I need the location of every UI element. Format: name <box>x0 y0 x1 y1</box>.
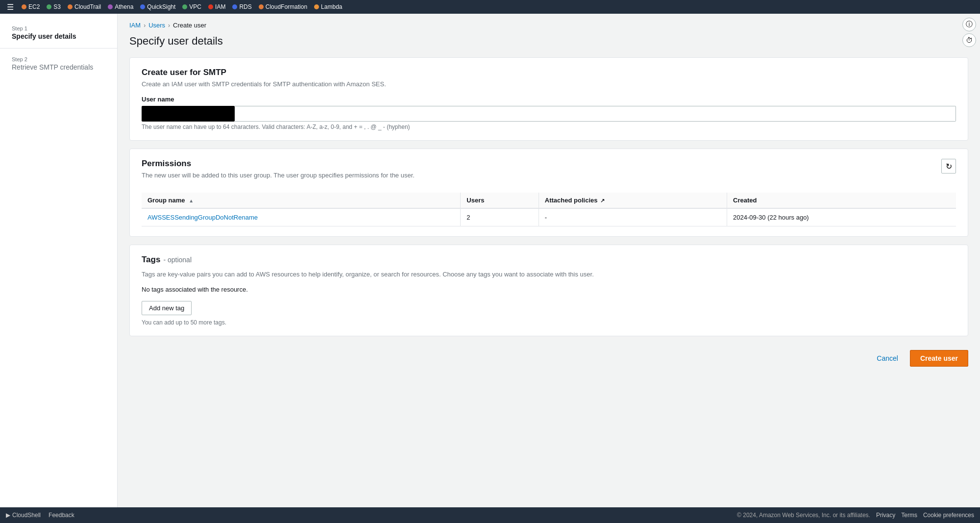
col-group-name-label: Group name <box>147 197 185 204</box>
main-content: IAM › Users › Create user Specify user d… <box>118 14 980 523</box>
nav-label-athena: Athena <box>115 3 133 10</box>
menu-toggle[interactable]: ☰ <box>4 1 17 13</box>
breadcrumb: IAM › Users › Create user <box>129 22 968 29</box>
menu-icon: ☰ <box>7 2 14 12</box>
nav-dot-ec2 <box>22 4 26 9</box>
nav-label-ec2: EC2 <box>28 3 40 10</box>
ext-link-icon[interactable]: ↗ <box>600 198 605 203</box>
table-row: AWSSESSendingGroupDoNotRename2-2024-09-3… <box>142 208 956 226</box>
cloudshell-item[interactable]: ▶ CloudShell <box>6 512 41 519</box>
attached-policies-cell: - <box>539 208 727 226</box>
refresh-icon: ↻ <box>946 162 952 171</box>
nav-item-lambda[interactable]: Lambda <box>311 2 345 11</box>
col-users: Users <box>461 193 539 208</box>
nav-dot-iam <box>208 4 213 9</box>
nav-item-ec2[interactable]: EC2 <box>19 2 43 11</box>
nav-label-rds: RDS <box>239 3 251 10</box>
username-hint: The user name can have up to 64 characte… <box>142 124 956 130</box>
nav-label-cloudtrail: CloudTrail <box>74 3 101 10</box>
tags-hint: You can add up to 50 more tags. <box>142 319 956 326</box>
nav-dot-cloudtrail <box>68 4 73 9</box>
breadcrumb-current: Create user <box>173 22 206 29</box>
permissions-title: Permissions <box>142 159 415 169</box>
nav-dot-cloudformation <box>259 4 264 9</box>
feedback-item[interactable]: Feedback <box>49 512 74 519</box>
smtp-card-title: Create user for SMTP <box>142 68 956 77</box>
terms-link[interactable]: Terms <box>901 512 917 519</box>
sidebar-step-2: Step 2Retrieve SMTP credentials <box>0 52 117 75</box>
refresh-button[interactable]: ↻ <box>941 159 956 174</box>
shell-icon: ▶ <box>6 512 10 519</box>
breadcrumb-users[interactable]: Users <box>148 22 165 29</box>
smtp-card: Create user for SMTP Create an IAM user … <box>129 57 968 141</box>
step-2-label: Step 2 <box>12 56 105 62</box>
sidebar: Step 1Specify user detailsStep 2Retrieve… <box>0 14 118 523</box>
tags-card: Tags - optional Tags are key-value pairs… <box>129 245 968 336</box>
sort-asc-icon[interactable]: ▲ <box>189 198 194 203</box>
nav-item-iam[interactable]: IAM <box>205 2 228 11</box>
nav-dot-lambda <box>314 4 319 9</box>
bottom-bar: ▶ CloudShell Feedback © 2024, Amazon Web… <box>0 507 980 523</box>
nav-item-quicksight[interactable]: QuickSight <box>137 2 178 11</box>
nav-dot-quicksight <box>140 4 145 9</box>
nav-item-rds[interactable]: RDS <box>229 2 254 11</box>
nav-label-s3: S3 <box>53 3 61 10</box>
step-1-name: Specify user details <box>12 32 105 40</box>
username-masked <box>142 106 235 122</box>
nav-label-cloudformation: CloudFormation <box>266 3 307 10</box>
nav-dot-rds <box>232 4 237 9</box>
nav-item-cloudformation[interactable]: CloudFormation <box>256 2 310 11</box>
nav-dot-s3 <box>47 4 51 9</box>
footer-actions: Cancel Create user <box>129 344 968 373</box>
nav-item-vpc[interactable]: VPC <box>179 2 204 11</box>
nav-label-iam: IAM <box>215 3 225 10</box>
step-2-name: Retrieve SMTP credentials <box>12 63 105 71</box>
permissions-header: Permissions The new user will be added t… <box>142 159 956 187</box>
table-header-row: Group name ▲ Users Attached policies ↗ C… <box>142 193 956 208</box>
nav-label-vpc: VPC <box>189 3 201 10</box>
page-title: Specify user details <box>129 35 968 48</box>
step-1-label: Step 1 <box>12 25 105 31</box>
info-icon: ⓘ <box>966 20 973 29</box>
copyright-text: © 2024, Amazon Web Services, Inc. or its… <box>737 512 870 519</box>
right-icons: ⓘ ⏱ <box>962 18 976 47</box>
group-name-link[interactable]: AWSSESSendingGroupDoNotRename <box>147 214 258 221</box>
top-nav: ☰ EC2S3CloudTrailAthenaQuickSightVPCIAMR… <box>0 0 980 14</box>
breadcrumb-iam[interactable]: IAM <box>129 22 141 29</box>
username-input[interactable] <box>235 106 956 122</box>
permissions-card: Permissions The new user will be added t… <box>129 149 968 237</box>
privacy-link[interactable]: Privacy <box>876 512 895 519</box>
sidebar-step-1: Step 1Specify user details <box>0 22 117 44</box>
nav-dot-athena <box>108 4 113 9</box>
breadcrumb-sep-2: › <box>168 22 170 29</box>
bottom-bar-right: © 2024, Amazon Web Services, Inc. or its… <box>737 512 974 519</box>
create-user-button[interactable]: Create user <box>910 350 968 367</box>
permissions-table: Group name ▲ Users Attached policies ↗ C… <box>142 193 956 226</box>
users-cell: 2 <box>461 208 539 226</box>
breadcrumb-sep-1: › <box>144 22 146 29</box>
username-field-group: User name The user name can have up to 6… <box>142 96 956 130</box>
nav-dot-vpc <box>182 4 187 9</box>
tags-subtitle: Tags are key-value pairs you can add to … <box>142 271 956 278</box>
col-created: Created <box>727 193 956 208</box>
permissions-header-left: Permissions The new user will be added t… <box>142 159 415 187</box>
nav-item-athena[interactable]: Athena <box>105 2 136 11</box>
tags-optional-label: - optional <box>163 256 192 264</box>
cookie-link[interactable]: Cookie preferences <box>923 512 974 519</box>
sidebar-divider-1 <box>0 48 117 49</box>
add-tag-button[interactable]: Add new tag <box>142 301 192 315</box>
created-cell: 2024-09-30 (22 hours ago) <box>727 208 956 226</box>
info-icon-btn[interactable]: ⓘ <box>962 18 976 31</box>
nav-item-s3[interactable]: S3 <box>44 2 64 11</box>
cloudshell-label: CloudShell <box>12 512 41 519</box>
col-attached-policies: Attached policies ↗ <box>539 193 727 208</box>
no-tags-text: No tags associated with the resource. <box>142 286 956 293</box>
nav-item-cloudtrail[interactable]: CloudTrail <box>65 2 104 11</box>
clock-icon-btn[interactable]: ⏱ <box>962 33 976 47</box>
nav-label-quicksight: QuickSight <box>147 3 175 10</box>
cancel-button[interactable]: Cancel <box>871 351 904 365</box>
smtp-card-subtitle: Create an IAM user with SMTP credentials… <box>142 80 956 88</box>
feedback-label: Feedback <box>49 512 74 519</box>
group-name-cell: AWSSESSendingGroupDoNotRename <box>142 208 461 226</box>
username-label: User name <box>142 96 956 103</box>
